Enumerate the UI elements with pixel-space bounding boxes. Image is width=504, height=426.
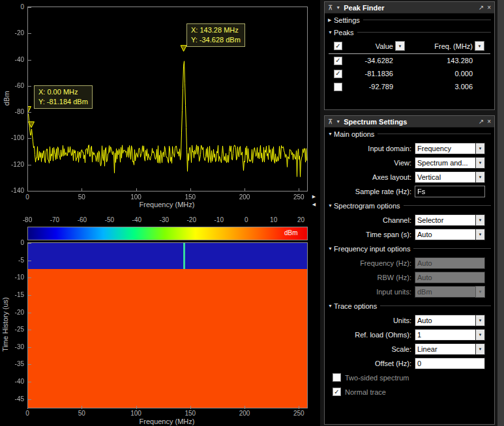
close-icon[interactable]: × <box>487 116 491 128</box>
main-options-header[interactable]: ▼ Main options <box>325 128 494 140</box>
collapse-panel-icon[interactable]: ▼ <box>336 2 340 14</box>
spectrum-settings-panel: ⊼ ▼ Spectrum Settings ↗ × ▼ Main options… <box>324 115 495 425</box>
axis-tick-label: 150 <box>181 193 200 201</box>
section-rule <box>357 32 491 33</box>
axis-tick <box>190 406 191 409</box>
undock-icon[interactable]: ↗ <box>479 2 484 14</box>
axis-tick <box>28 313 31 313</box>
spectrogram-options-label: Spectrogram options <box>334 202 400 210</box>
two-sided-spectrum-row[interactable]: ✓ Two-sided spectrum <box>333 371 494 384</box>
value-filter-button[interactable]: ▼ <box>395 41 405 51</box>
peak-row[interactable]: ✓ -81.1836 0.000 <box>329 67 490 80</box>
axis-tick-label: 250 <box>289 193 308 201</box>
pin-icon[interactable]: ⊼ <box>328 2 333 14</box>
time-span-label: Time span (s): <box>325 231 415 238</box>
spectrum-settings-title: Spectrum Settings <box>344 118 475 126</box>
axis-tick <box>28 261 31 261</box>
time-span-dropdown[interactable]: Auto ▼ <box>415 229 485 240</box>
spectrum-settings-titlebar[interactable]: ⊼ ▼ Spectrum Settings ↗ × <box>325 116 494 128</box>
splitter-expand-icon[interactable]: ▶ <box>309 193 319 201</box>
units-label: Units: <box>325 317 415 324</box>
check-icon: ✓ <box>334 389 339 395</box>
view-value: Spectrum and... <box>415 157 475 169</box>
axis-tick-label: -5 <box>0 257 24 264</box>
freq-filter-button[interactable]: ▼ <box>475 41 484 51</box>
ref-load-input[interactable]: 1 ▼ <box>415 329 485 341</box>
input-domain-dropdown[interactable]: Frequency ▼ <box>415 143 485 154</box>
filter-dropdown-icon: ▼ <box>478 44 482 48</box>
cursor-x-readout: X: 143.28 MHz <box>191 25 241 35</box>
axis-tick-label: -15 <box>0 291 24 299</box>
axis-tick <box>190 188 191 192</box>
axis-tick <box>28 382 31 382</box>
section-rule <box>363 20 491 20</box>
sample-rate-input[interactable]: Fs <box>415 186 485 197</box>
ref-load-label: Ref. load (Ohms): <box>325 331 415 339</box>
axis-tick <box>245 406 245 409</box>
peak-row-checkbox[interactable]: ✓ <box>334 57 342 65</box>
plot-area: dBm X: 143.28 MHz Y: -34.628 dBm X: 0.00… <box>0 0 320 426</box>
axes-layout-label: Axes layout: <box>325 173 415 181</box>
peak-value: -81.1836 <box>348 70 395 78</box>
peak-value: -92.789 <box>348 83 395 91</box>
axis-tick <box>28 33 31 34</box>
spectrogram-options-header[interactable]: ▼ Spectrogram options <box>325 199 494 212</box>
peak-finder-panel: ⊼ ▼ Peak Finder ↗ × ▶ Settings ▼ Peaks ✓… <box>324 1 495 110</box>
channel-value: Selector <box>415 214 475 226</box>
peak-row[interactable]: ✓ -92.789 3.006 <box>329 80 490 93</box>
peak-value: -34.6282 <box>348 57 395 64</box>
freq-column-header[interactable]: Freq. (MHz) <box>409 42 475 50</box>
settings-section-header[interactable]: ▶ Settings <box>325 14 494 26</box>
trace-options-label: Trace options <box>334 302 377 310</box>
collapse-icon: ▼ <box>328 30 334 35</box>
offset-input[interactable]: 0 <box>415 358 485 369</box>
expand-icon: ▶ <box>328 18 334 23</box>
check-icon: ✓ <box>335 70 340 77</box>
channel-dropdown[interactable]: Selector ▼ <box>415 214 485 226</box>
axis-tick-label: -10 <box>211 216 228 224</box>
splitter-collapse-icon[interactable]: ◀ <box>309 201 319 208</box>
undock-icon[interactable]: ↗ <box>479 116 484 128</box>
section-rule <box>380 305 491 306</box>
rbw-label: RBW (Hz): <box>325 274 415 281</box>
collapse-panel-icon[interactable]: ▼ <box>336 116 340 128</box>
axis-tick <box>28 277 31 278</box>
chevron-down-icon: ▼ <box>475 229 485 240</box>
peak-row-checkbox[interactable]: ✓ <box>334 83 342 91</box>
normal-trace-checkbox[interactable]: ✓ <box>333 388 341 396</box>
peak-row[interactable]: ✓ -34.6282 143.280 <box>329 54 490 67</box>
peak-row-checkbox[interactable]: ✓ <box>334 70 342 78</box>
spectrum-x-axis-label: Frequency (MHz) <box>27 201 306 208</box>
rbw-value: Auto <box>415 272 485 283</box>
chevron-down-icon: ▼ <box>475 143 485 154</box>
axes-layout-dropdown[interactable]: Vertical ▼ <box>415 171 485 183</box>
two-sided-spectrum-checkbox[interactable]: ✓ <box>333 373 341 382</box>
peak-freq: 0.000 <box>409 70 475 78</box>
section-rule <box>378 134 491 134</box>
input-units-label: Input units: <box>325 288 415 296</box>
peaks-section-header[interactable]: ▼ Peaks <box>325 26 494 38</box>
peak-cursor-tooltip-dc[interactable]: X: 0.00 MHz Y: -81.184 dBm <box>34 85 93 109</box>
axis-tick-label: 50 <box>72 410 91 418</box>
peak-cursor-tooltip-main[interactable]: X: 143.28 MHz Y: -34.628 dBm <box>186 23 245 47</box>
spectrogram-x-axis-label: Frequency (MHz) <box>27 418 306 425</box>
axis-tick-label: -40 <box>0 378 24 386</box>
peak-finder-titlebar[interactable]: ⊼ ▼ Peak Finder ↗ × <box>325 2 494 14</box>
axis-tick <box>28 112 31 113</box>
select-all-checkbox[interactable]: ✓ <box>334 42 342 50</box>
normal-trace-row[interactable]: ✓ Normal trace <box>333 386 494 398</box>
pin-icon[interactable]: ⊼ <box>328 116 333 128</box>
check-icon: ✓ <box>335 57 340 64</box>
scale-dropdown[interactable]: Linear ▼ <box>415 343 485 355</box>
close-icon[interactable]: × <box>487 2 491 14</box>
frequency-input-options-header[interactable]: ▼ Frequency input options <box>325 242 494 255</box>
axis-tick <box>245 188 245 192</box>
trace-options-header[interactable]: ▼ Trace options <box>325 300 494 312</box>
axis-tick-label: -20 <box>0 309 24 317</box>
panel-splitter[interactable]: ▶ ◀ <box>309 193 319 208</box>
view-dropdown[interactable]: Spectrum and... ▼ <box>415 157 485 169</box>
value-column-header[interactable]: Value <box>348 42 395 50</box>
axis-tick-label: 0 <box>0 239 24 247</box>
units-dropdown[interactable]: Auto ▼ <box>415 315 485 326</box>
spectrogram-heatmap[interactable] <box>27 242 308 408</box>
